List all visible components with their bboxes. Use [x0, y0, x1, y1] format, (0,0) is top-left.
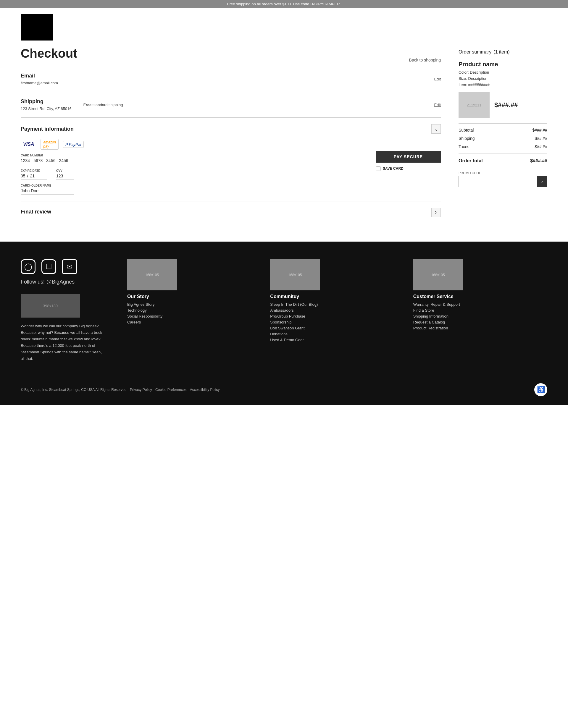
final-review-expand-button[interactable]: > — [431, 208, 441, 217]
shipping-edit-link[interactable]: Edit — [434, 103, 441, 107]
paypal-icon: P PayPal — [63, 141, 84, 148]
shipping-row: Shipping $##.## — [459, 134, 547, 143]
expire-cvv-row: EXPIRE DATE 05 / 21 CVV 123 — [21, 165, 367, 180]
footer-top: ◯ ☐ ✉ Follow us! @BigAgnes 398x130 Wonde… — [21, 259, 547, 362]
banner-text: Free shipping on all orders over $100. U… — [227, 2, 341, 6]
card-num-4: 2456 — [59, 158, 68, 163]
card-num-1: 1234 — [21, 158, 30, 163]
promo-submit-button[interactable]: › — [537, 176, 547, 187]
link-product-registration[interactable]: Product Registration — [413, 326, 547, 330]
shipping-section: Shipping 123 Street Rd. City, AZ 85016 F… — [21, 92, 441, 118]
social-icons: ◯ ☐ ✉ — [21, 259, 109, 274]
link-ambassadors[interactable]: Ambassadors — [270, 308, 404, 313]
email-row: Email firstname@email.com Edit — [21, 73, 441, 85]
community-image: 168x105 — [270, 259, 320, 290]
customer-service-image: 168x105 — [413, 259, 463, 290]
order-summary-count: (1 item) — [493, 49, 509, 54]
color-label: Color: — [459, 70, 469, 75]
link-blog[interactable]: Sleep In The Dirt (Our Blog) — [270, 302, 404, 307]
main-content: Checkout Back to shopping Email firstnam… — [0, 46, 568, 242]
accessibility-button[interactable]: ♿ — [534, 383, 547, 396]
final-review-header: Final review > — [21, 208, 441, 217]
order-total-value: $###.## — [530, 158, 547, 164]
header — [0, 8, 568, 46]
checkout-header: Checkout Back to shopping — [21, 46, 441, 66]
size-value: Description — [468, 76, 488, 81]
card-number-label: CARD NUMBER — [21, 154, 367, 157]
link-social-responsibility[interactable]: Social Responsibility — [127, 314, 261, 318]
top-banner: Free shipping on all orders over $100. U… — [0, 0, 568, 8]
facebook-icon[interactable]: ☐ — [41, 259, 56, 274]
save-card-checkbox[interactable] — [376, 166, 381, 171]
link-bob-swanson[interactable]: Bob Swanson Grant — [270, 326, 404, 330]
payment-header: Payment information ⌄ — [21, 124, 441, 134]
shipping-label: Shipping — [21, 98, 72, 105]
link-warranty[interactable]: Warranty, Repair & Support — [413, 302, 547, 307]
size-label: Size: — [459, 76, 467, 81]
email-info: Email firstname@email.com — [21, 73, 58, 85]
payment-title: Payment information — [21, 126, 74, 132]
community-title: Communituy — [270, 294, 404, 299]
mail-icon[interactable]: ✉ — [62, 259, 77, 274]
privacy-policy-link[interactable]: Privacy Policy — [130, 388, 152, 392]
visa-icon: VISA — [21, 141, 36, 148]
accessibility-policy-link[interactable]: Accessibility Policy — [190, 388, 220, 392]
follow-handle: @BigAgnes — [46, 279, 75, 285]
card-number-row: 1234 5678 3456 2456 — [21, 158, 367, 165]
subtotal-row: Subtotal $###.## — [459, 126, 547, 134]
link-find-store[interactable]: Find a Store — [413, 308, 547, 313]
shipping-info: Shipping 123 Street Rd. City, AZ 85016 F… — [21, 98, 123, 111]
link-careers[interactable]: Careers — [127, 320, 261, 324]
shipping-desc: standard shipping — [93, 103, 123, 107]
promo-label: PROMO CODE — [459, 171, 547, 175]
payment-section: Payment information ⌄ VISA amazonpay P P… — [21, 118, 441, 201]
payment-collapse-button[interactable]: ⌄ — [431, 124, 441, 134]
card-num-2: 5678 — [33, 158, 43, 163]
product-thumbnail: 211x211 — [459, 92, 490, 118]
pay-secure-button[interactable]: PAY SECURE — [376, 151, 441, 163]
product-image-row: 211x211 $###.## — [459, 92, 547, 118]
accessibility-icon: ♿ — [537, 386, 545, 394]
email-label: Email — [21, 73, 58, 79]
footer-columns: 168x105 Our Story Big Agnes Story Techno… — [127, 259, 547, 362]
link-sponsorship[interactable]: Sponsorship — [270, 320, 404, 324]
link-used-demo[interactable]: Used & Demo Gear — [270, 338, 404, 342]
email-edit-link[interactable]: Edit — [434, 77, 441, 81]
link-big-agnes-story[interactable]: Big Agnes Story — [127, 302, 261, 307]
logo — [21, 14, 53, 41]
order-summary: Order summary (1 item) Product name Colo… — [459, 46, 547, 224]
payment-form-row: VISA amazonpay P PayPal CARD NUMBER 1234… — [21, 139, 441, 195]
customer-service-title: Customer Service — [413, 294, 547, 299]
expire-label: EXPIRE DATE — [21, 169, 47, 172]
cvv-field: CVV 123 — [56, 165, 74, 180]
link-pro-group[interactable]: Pro/Group Purchase — [270, 314, 404, 318]
order-total-label: Order total — [459, 158, 483, 164]
summary-divider-1 — [459, 123, 547, 124]
footer-bio: Wonder why we call our company Big Agnes… — [21, 323, 103, 362]
shipping-address: 123 Street Rd. City, AZ 85016 — [21, 106, 72, 111]
instagram-icon[interactable]: ◯ — [21, 259, 35, 274]
footer-legal: © Big Agnes, Inc. Steamboat Springs, CO … — [21, 388, 220, 392]
promo-code-input[interactable] — [459, 176, 537, 187]
cvv-label: CVV — [56, 169, 74, 172]
link-shipping-info[interactable]: Shipping Information — [413, 314, 547, 318]
copyright-text: © Big Agnes, Inc. Steamboat Springs, CO … — [21, 388, 127, 392]
link-donations[interactable]: Donations — [270, 332, 404, 336]
product-price: $###.## — [494, 101, 518, 109]
expire-month: 05 — [21, 174, 25, 178]
back-to-shopping-link[interactable]: Back to shopping — [409, 58, 441, 62]
link-technology[interactable]: Technology — [127, 308, 261, 313]
shipping-row: Shipping 123 Street Rd. City, AZ 85016 F… — [21, 98, 441, 111]
save-card-label: SAVE CARD — [383, 166, 404, 171]
our-story-image: 168x105 — [127, 259, 177, 290]
expire-slash: / — [27, 174, 28, 178]
promo-code-section: PROMO CODE › — [459, 171, 547, 187]
footer-col-customer-service: 168x105 Customer Service Warranty, Repai… — [413, 259, 547, 362]
taxes-value: $##.## — [535, 144, 547, 149]
link-catalog[interactable]: Request a Catalog — [413, 320, 547, 324]
cookie-preferences-link[interactable]: Cookie Preferences — [155, 388, 186, 392]
checkout-section: Checkout Back to shopping Email firstnam… — [21, 46, 441, 224]
taxes-row: Taxes $##.## — [459, 143, 547, 151]
shipping-value: $##.## — [535, 136, 547, 141]
follow-text: Follow us! @BigAgnes — [21, 278, 109, 285]
